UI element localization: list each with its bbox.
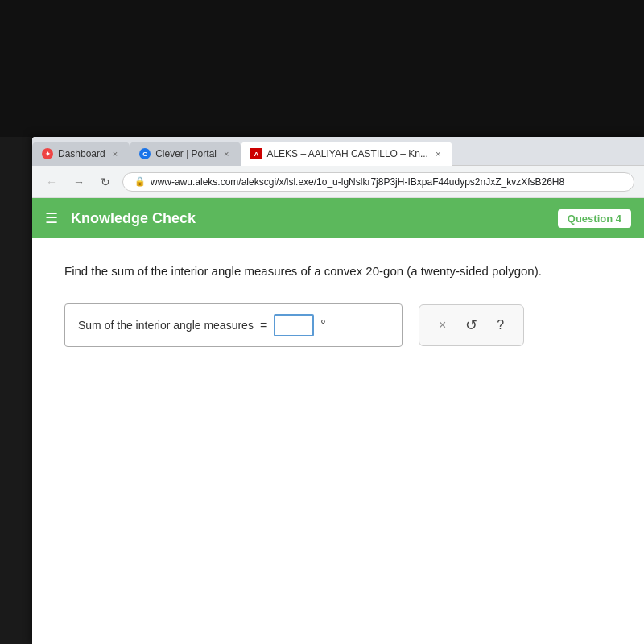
question-text: Find the sum of the interior angle measu… [64,262,612,281]
equals-sign: = [260,318,267,332]
knowledge-check-title: Knowledge Check [71,210,196,227]
main-content: Find the sum of the interior angle measu… [32,238,644,371]
dark-background-top [0,0,644,137]
tab-dashboard[interactable]: ✦ Dashboard × [32,142,130,166]
tab-clever-label: Clever | Portal [155,148,217,159]
url-bar[interactable]: 🔒 www-awu.aleks.com/alekscgi/x/lsl.exe/1… [122,172,634,192]
tab-dashboard-close[interactable]: × [110,148,120,159]
reload-button[interactable]: ↻ [97,174,114,190]
tab-bar: ✦ Dashboard × C Clever | Portal × A ALEK… [32,137,644,166]
screen: ✦ Dashboard × C Clever | Portal × A ALEK… [0,0,644,644]
back-button[interactable]: ← [42,174,61,190]
undo-button[interactable]: ↺ [462,313,481,337]
header-left: ☰ Knowledge Check [45,209,196,227]
aleks-icon: A [250,148,262,159]
hamburger-icon[interactable]: ☰ [45,209,58,227]
help-button[interactable]: ? [493,315,507,336]
browser-window: ✦ Dashboard × C Clever | Portal × A ALEK… [32,137,644,644]
answer-input-field[interactable] [274,314,314,336]
clever-icon: C [139,148,151,159]
tab-aleks-label: ALEKS – AALIYAH CASTILLO – Kn... [266,148,428,159]
answer-box: Sum of the interior angle measures = ° [64,303,402,347]
tab-dashboard-label: Dashboard [58,148,105,159]
clear-button[interactable]: × [436,315,449,336]
tab-aleks-close[interactable]: × [433,148,443,159]
dashboard-icon: ✦ [42,148,53,159]
question-badge: Question 4 [558,209,631,228]
degree-symbol: ° [320,318,325,332]
answer-row: Sum of the interior angle measures = ° ×… [64,303,612,347]
address-bar: ← → ↻ 🔒 www-awu.aleks.com/alekscgi/x/lsl… [32,166,644,198]
forward-button[interactable]: → [69,174,89,190]
answer-label: Sum of the interior angle measures [78,319,254,332]
action-buttons: × ↺ ? [419,304,524,346]
aleks-header: ☰ Knowledge Check Question 4 [32,198,644,238]
tab-clever[interactable]: C Clever | Portal × [130,142,241,166]
tab-aleks[interactable]: A ALEKS – AALIYAH CASTILLO – Kn... × [241,142,452,166]
tab-clever-close[interactable]: × [221,148,231,159]
url-text: www-awu.aleks.com/alekscgi/x/lsl.exe/1o_… [151,176,564,188]
lock-icon: 🔒 [134,176,146,187]
